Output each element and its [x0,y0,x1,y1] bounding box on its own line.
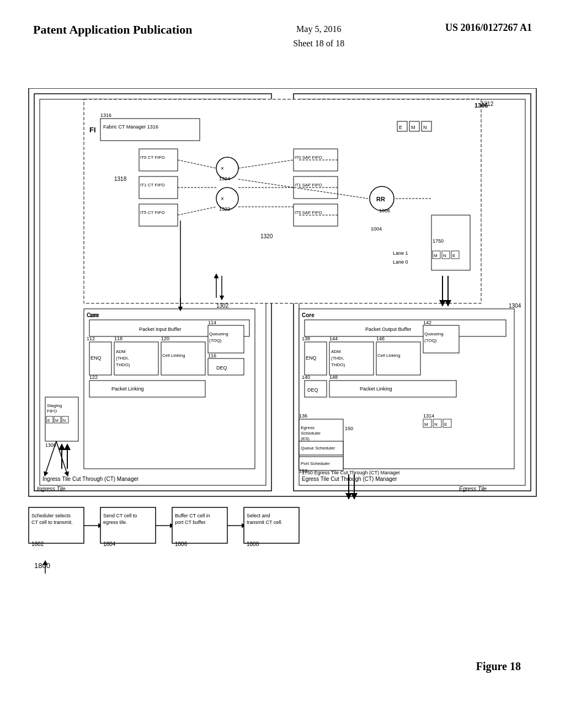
svg-text:114: 114 [208,320,216,325]
svg-text:(TOQ): (TOQ) [209,338,222,343]
svg-text:Scheduler: Scheduler [301,431,321,436]
svg-text:1808: 1808 [247,541,259,547]
svg-text:Packet Linking: Packet Linking [360,386,392,392]
svg-text:×: × [221,165,224,172]
label-1800: 1800 [34,561,50,570]
egress-tile-label: Egress Tile [459,486,487,492]
svg-text:1324: 1324 [219,176,230,181]
svg-text:138: 138 [302,336,310,341]
figure-18-diagram: 1800 Scheduler selects CT cell to transm… [28,88,537,695]
svg-text:136: 136 [299,413,307,419]
svg-text:RR: RR [376,196,385,202]
svg-text:122: 122 [89,374,98,380]
svg-text:Send CT cell to: Send CT cell to [103,513,137,518]
svg-text:ADM: ADM [331,349,341,354]
cell-linking-ingress-box [161,342,205,375]
svg-text:M: M [434,253,438,258]
publication-title: Patent Application Publication [33,22,192,38]
svg-text:146: 146 [376,336,385,341]
svg-text:1314: 1314 [423,413,434,419]
diagram-area: 1800 Scheduler selects CT cell to transm… [28,88,537,695]
it0-ct-fifo-box [139,149,178,171]
svg-text:IT0 SAF FIFO: IT0 SAF FIFO [295,155,322,160]
svg-text:×: × [221,196,224,202]
svg-text:1004: 1004 [371,226,382,232]
svg-text:116: 116 [208,353,216,358]
svg-text:egress tile.: egress tile. [103,520,127,525]
svg-text:1318: 1318 [114,176,127,182]
svg-text:150: 150 [345,426,353,431]
svg-text:1322: 1322 [219,206,230,212]
cell-linking-egress-box [376,342,420,375]
svg-text:1802: 1802 [31,541,44,547]
page-header: Patent Application Publication May 5, 20… [0,22,565,50]
svg-text:144: 144 [329,336,338,341]
svg-text:THDO): THDO) [331,362,345,367]
svg-text:(TOQ): (TOQ) [424,338,437,343]
svg-text:Packet Input Buffer: Packet Input Buffer [139,326,181,332]
svg-text:Buffer CT cell in: Buffer CT cell in [175,513,210,518]
svg-text:Lane 0: Lane 0 [393,259,408,265]
svg-text:1804: 1804 [103,541,116,547]
sheet-info: Sheet 18 of 18 [293,36,344,51]
svg-text:E: E [452,253,455,258]
ingress-tile-label: Ingress Tile [37,486,66,492]
svg-text:Cell Linking: Cell Linking [162,353,185,358]
svg-text:152: 152 [299,468,307,474]
svg-text:IT0 CT FIFO: IT0 CT FIFO [140,155,165,160]
svg-text:ENQ: ENQ [306,355,317,361]
svg-text:1320: 1320 [260,233,273,239]
svg-text:port CT buffer.: port CT buffer. [175,520,206,525]
svg-text:Scheduler selects: Scheduler selects [31,513,71,518]
svg-text:140: 140 [302,374,310,380]
svg-text:Egress: Egress [301,425,315,430]
svg-text:E: E [47,419,50,422]
svg-text:DEQ: DEQ [216,365,227,371]
it5-ct-fifo-box [139,204,178,226]
header-center: May 5, 2016 Sheet 18 of 18 [293,22,344,50]
svg-text:CT cell to transmit.: CT cell to transmit. [31,520,73,525]
svg-text:142: 142 [423,320,431,325]
svg-text:(THDI,: (THDI, [331,356,344,361]
svg-text:ADM: ADM [116,349,126,354]
svg-text:E: E [444,422,447,427]
svg-text:THDO): THDO) [116,362,130,367]
publication-date: May 5, 2016 [293,22,344,36]
svg-text:Packet Linking: Packet Linking [111,386,144,392]
svg-text:FI: FI [89,126,96,134]
svg-text:120: 120 [161,336,169,341]
it1-ct-fifo-box [139,176,178,199]
svg-text:Select and: Select and [247,513,270,518]
svg-text:1006: 1006 [379,208,390,213]
svg-text:ENQ: ENQ [90,355,102,361]
svg-text:148: 148 [329,374,338,380]
svg-text:1302: 1302 [216,303,229,309]
svg-text:FIFO: FIFO [47,409,57,414]
svg-text:Ingress Tile Cut Through (CT) : Ingress Tile Cut Through (CT) Manager [42,476,139,482]
svg-text:1750: 1750 [433,238,444,244]
svg-text:112: 112 [87,336,95,341]
svg-text:M: M [424,422,428,427]
svg-text:1304: 1304 [509,303,521,309]
svg-text:N: N [63,419,66,422]
svg-text:Queueing: Queueing [209,331,228,336]
svg-text:N: N [423,125,427,130]
svg-text:Queue Scheduler: Queue Scheduler [301,446,335,451]
svg-text:IT1 SAF FIFO: IT1 SAF FIFO [295,183,322,188]
svg-text:(ES): (ES) [301,436,310,441]
svg-text:M: M [411,125,415,130]
svg-text:Fabric CT Manager 1316: Fabric CT Manager 1316 [103,124,158,130]
svg-text:M: M [55,419,58,422]
svg-text:N: N [443,253,446,258]
svg-text:IT1 CT FIFO: IT1 CT FIFO [140,183,165,188]
svg-text:N: N [434,422,438,427]
svg-text:Queueing: Queueing [424,331,444,336]
svg-text:E: E [399,125,402,130]
svg-text:Cell Linking: Cell Linking [377,353,400,358]
packet-linking-ingress-box [89,381,205,397]
svg-text:1306: 1306 [475,102,488,109]
svg-text:Lane 1: Lane 1 [393,250,408,256]
svg-text:IT5 SAF FIFO: IT5 SAF FIFO [295,210,322,215]
svg-text:DEQ: DEQ [307,387,318,393]
svg-text:Packet Output Buffer: Packet Output Buffer [365,326,411,332]
